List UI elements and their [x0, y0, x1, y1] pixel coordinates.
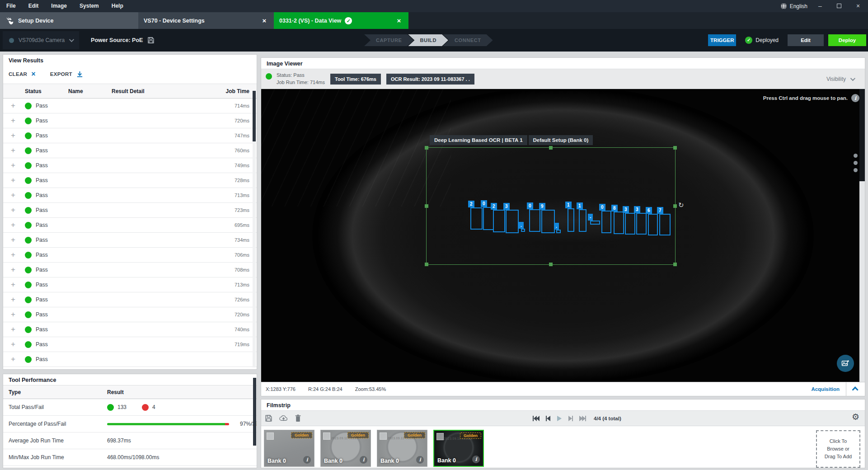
result-row[interactable]: Pass 714ms	[3, 99, 257, 113]
deploy-button[interactable]: Deploy	[828, 34, 866, 46]
scrollbar-thumb[interactable]	[253, 91, 256, 141]
expand-plus-icon[interactable]	[3, 176, 23, 185]
expand-plus-icon[interactable]	[3, 131, 23, 140]
scrollbar-thumb[interactable]	[859, 89, 865, 181]
result-row[interactable]: Pass 713ms	[3, 277, 257, 292]
tab-device-settings[interactable]: VS70 - Device Settings ×	[138, 12, 274, 29]
info-icon[interactable]: i	[851, 94, 859, 102]
close-window-button[interactable]: ×	[852, 0, 864, 12]
results-scrollbar[interactable]	[253, 91, 256, 367]
result-row[interactable]: Pass 708ms	[3, 263, 257, 277]
info-icon[interactable]: i	[360, 456, 367, 464]
roi-handle[interactable]	[673, 263, 677, 266]
upload-cloud-icon[interactable]	[279, 414, 288, 422]
filmstrip-thumbnail[interactable]: Golden Bank 0 i	[264, 430, 314, 467]
menu-item[interactable]: File	[0, 0, 22, 12]
tab-setup-device[interactable]: Setup Device	[0, 12, 138, 29]
thumbnail-checkbox[interactable]	[436, 433, 444, 440]
filmstrip-thumbnail[interactable]: 2023.09.11-083367 Golden Bank 0 i	[433, 430, 484, 467]
panel-drag-handle[interactable]	[854, 154, 858, 172]
menu-item[interactable]: Image	[45, 0, 73, 12]
thumbnail-checkbox[interactable]	[267, 432, 274, 440]
expand-plus-icon[interactable]	[3, 295, 23, 304]
thumbnail-checkbox[interactable]	[323, 432, 330, 440]
menu-item[interactable]: Edit	[22, 0, 45, 12]
tab-data-view-active[interactable]: 0331-2 (VS) - Data View ✓ ×	[274, 12, 408, 29]
delete-trash-icon[interactable]	[295, 414, 301, 422]
roi-handle[interactable]	[549, 146, 553, 150]
clear-button[interactable]: CLEAR ×	[9, 70, 36, 78]
filmstrip-thumbnail[interactable]: 2023.09.11-083367 Golden Bank 0 i	[377, 430, 427, 467]
result-row[interactable]: Pass 723ms	[3, 203, 257, 218]
menu-item[interactable]: System	[73, 0, 105, 12]
edit-button[interactable]: Edit	[788, 34, 824, 46]
workflow-step[interactable]: BUILD	[408, 34, 448, 46]
result-row[interactable]: Pass 747ms	[3, 128, 257, 143]
expand-plus-icon[interactable]	[3, 280, 23, 289]
add-image-button[interactable]	[837, 355, 854, 372]
roi-handle[interactable]	[425, 146, 428, 150]
roi-handle[interactable]	[425, 204, 428, 208]
expand-plus-icon[interactable]	[3, 235, 23, 244]
next-frame-button[interactable]	[568, 415, 573, 422]
gear-icon[interactable]: ⚙	[852, 412, 859, 422]
roi-handle[interactable]	[673, 204, 677, 208]
first-frame-button[interactable]	[532, 415, 540, 422]
expand-plus-icon[interactable]	[3, 355, 23, 364]
filmstrip-thumbnail[interactable]: 2023.09.11-083367 Golden Bank 0 i	[320, 430, 371, 467]
acquisition-label[interactable]: Acquisition	[811, 386, 846, 392]
result-row[interactable]: Pass	[3, 352, 257, 367]
workflow-step[interactable]: CONNECT	[443, 34, 493, 46]
save-image-icon[interactable]	[265, 414, 272, 422]
expand-plus-icon[interactable]	[3, 146, 23, 155]
expand-plus-icon[interactable]	[3, 221, 23, 230]
close-tab-icon[interactable]: ×	[395, 17, 403, 24]
result-row[interactable]: Pass 760ms	[3, 143, 257, 158]
result-row[interactable]: Pass 726ms	[3, 292, 257, 307]
result-row[interactable]: Pass 740ms	[3, 322, 257, 337]
browse-dropzone[interactable]: Click To Browse or Drag To Add	[816, 430, 860, 468]
expand-plus-icon[interactable]	[3, 250, 23, 259]
info-icon[interactable]: i	[472, 456, 480, 463]
thumbnail-checkbox[interactable]	[380, 432, 387, 440]
last-frame-button[interactable]	[579, 415, 586, 422]
result-row[interactable]: Pass 720ms	[3, 113, 257, 128]
roi-handle[interactable]	[549, 263, 553, 266]
expand-plus-icon[interactable]	[3, 161, 23, 170]
result-row[interactable]: Pass 749ms	[3, 158, 257, 173]
expand-plus-icon[interactable]	[3, 206, 23, 215]
export-button[interactable]: EXPORT	[50, 71, 83, 78]
workflow-step[interactable]: CAPTURE	[364, 34, 413, 46]
result-row[interactable]: Pass 695ms	[3, 218, 257, 233]
result-row[interactable]: Pass 713ms	[3, 188, 257, 203]
result-row[interactable]: Pass 728ms	[3, 173, 257, 188]
roi-handle[interactable]	[673, 146, 677, 150]
collapse-acquisition-button[interactable]	[846, 382, 865, 396]
previous-frame-button[interactable]	[545, 415, 551, 422]
expand-plus-icon[interactable]	[3, 310, 23, 319]
minimize-button[interactable]: –	[814, 0, 826, 12]
result-row[interactable]: Pass 734ms	[3, 233, 257, 248]
expand-plus-icon[interactable]	[3, 265, 23, 274]
save-icon[interactable]	[147, 37, 155, 44]
result-row[interactable]: Pass 706ms	[3, 248, 257, 263]
visibility-dropdown[interactable]: Visibility	[826, 76, 860, 82]
expand-plus-icon[interactable]	[3, 325, 23, 334]
roi-handle[interactable]	[425, 263, 428, 266]
play-button[interactable]	[557, 415, 562, 422]
expand-plus-icon[interactable]	[3, 340, 23, 349]
expand-plus-icon[interactable]	[3, 191, 23, 200]
viewer-scrollbar[interactable]	[859, 89, 865, 382]
close-tab-icon[interactable]: ×	[260, 17, 268, 24]
info-icon[interactable]: i	[416, 456, 424, 464]
language-selector[interactable]: English	[780, 3, 807, 9]
performance-scrollbar[interactable]	[253, 378, 256, 446]
expand-plus-icon[interactable]	[3, 116, 23, 125]
camera-selector[interactable]: VS709d3e Camera	[3, 31, 79, 49]
camera-image-view[interactable]: Press Ctrl and drag mouse to pan. i Deep…	[261, 89, 865, 382]
result-row[interactable]: Pass 719ms	[3, 337, 257, 352]
expand-plus-icon[interactable]	[3, 101, 23, 110]
info-icon[interactable]: i	[303, 456, 311, 464]
restore-button[interactable]	[833, 0, 845, 12]
menu-item[interactable]: Help	[105, 0, 130, 12]
